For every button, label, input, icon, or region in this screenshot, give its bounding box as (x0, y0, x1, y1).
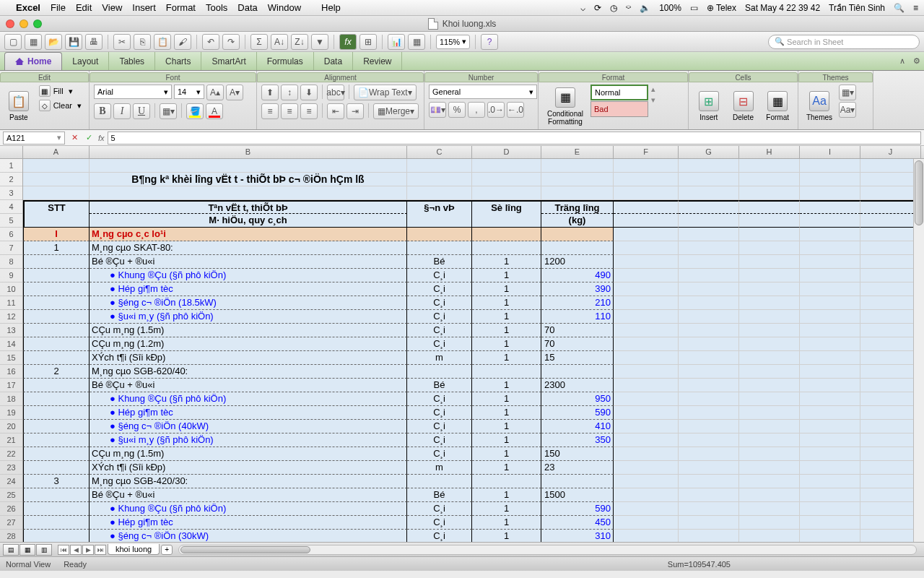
cell[interactable]: 590 (541, 502, 614, 516)
row-10[interactable]: 10 (0, 282, 22, 296)
cell[interactable] (614, 159, 679, 173)
cell[interactable]: 1 (472, 282, 541, 296)
row-12[interactable]: 12 (0, 310, 22, 324)
col-F[interactable]: F (614, 146, 679, 158)
menu-file[interactable]: File (51, 2, 66, 13)
wraptext-button[interactable]: 📄 Wrap Text ▾ (354, 85, 417, 100)
cell[interactable] (739, 461, 800, 475)
tab-charts[interactable]: Charts (155, 52, 201, 70)
cell[interactable] (800, 269, 860, 282)
cell[interactable] (800, 447, 860, 461)
menu-view[interactable]: View (102, 2, 122, 13)
cell[interactable] (614, 324, 679, 337)
cell[interactable]: Bé ®Çu + ®u«i (90, 255, 407, 269)
cell[interactable] (739, 324, 800, 337)
wifi-icon[interactable]: ⌔ (626, 3, 631, 13)
cell[interactable] (679, 406, 739, 420)
cell[interactable]: XÝch t¶i (Sîi kÐp) (90, 351, 407, 365)
paste-bigbutton[interactable]: 📋Paste (4, 85, 33, 128)
cell[interactable] (679, 310, 739, 324)
name-box[interactable]: A121▾ (3, 131, 65, 144)
row-11[interactable]: 11 (0, 296, 22, 310)
cell[interactable]: Hép gi¶m tèc (90, 516, 407, 530)
cell[interactable] (860, 365, 921, 379)
horizontal-scrollbar[interactable] (178, 545, 917, 555)
cell[interactable] (800, 488, 860, 502)
cell[interactable] (800, 434, 860, 447)
tab-home[interactable]: Home (4, 52, 62, 70)
cell[interactable] (800, 200, 860, 214)
cell[interactable] (679, 159, 739, 173)
cancel-edit-icon[interactable]: ✕ (68, 131, 81, 144)
cell[interactable] (800, 173, 860, 186)
cell[interactable] (739, 406, 800, 420)
cell[interactable]: 70 (541, 324, 614, 337)
cell[interactable]: §éng c¬ ®iÖn (30kW) (90, 530, 407, 542)
row-14[interactable]: 14 (0, 337, 22, 351)
cell[interactable] (679, 186, 739, 200)
ribbon-options-icon[interactable]: ⚙ (910, 52, 924, 70)
cell[interactable] (90, 159, 407, 173)
cell[interactable] (860, 379, 921, 392)
cell[interactable] (679, 392, 739, 406)
cell[interactable] (472, 365, 541, 379)
cell[interactable]: 390 (541, 282, 614, 296)
cell[interactable]: 1 (472, 530, 541, 542)
borders-button[interactable]: ▦▾ (160, 103, 177, 119)
cell[interactable] (23, 159, 90, 173)
cell[interactable]: §u«i m¸y (§ñ phô kiÖn) (90, 434, 407, 447)
cell[interactable] (407, 365, 472, 379)
cell[interactable] (679, 173, 739, 186)
cell[interactable] (679, 351, 739, 365)
menu-excel[interactable]: Excel (16, 2, 40, 13)
cell[interactable]: Bé ®Çu + ®u«i (90, 488, 407, 502)
volume-icon[interactable]: 🔈 (640, 3, 650, 13)
dec-inc-button[interactable]: .0→ (487, 102, 505, 118)
format-cells-button[interactable]: ▦Format (762, 85, 793, 128)
cut-button[interactable]: ✂ (113, 34, 131, 50)
cell[interactable] (23, 502, 90, 516)
cell[interactable] (472, 214, 541, 228)
cell[interactable]: 23 (541, 461, 614, 475)
cell[interactable] (739, 214, 800, 228)
currency-button[interactable]: 💷▾ (429, 102, 446, 118)
menu-insert[interactable]: Insert (132, 2, 156, 13)
themes-button[interactable]: AaThemes (803, 85, 836, 128)
cell[interactable]: Bé (407, 255, 472, 269)
cell[interactable] (800, 255, 860, 269)
new-button[interactable]: ▢ (4, 34, 22, 50)
cell[interactable] (679, 214, 739, 228)
redo-button[interactable]: ↷ (222, 34, 240, 50)
cell[interactable]: M¸ng cµo SGB-620/40: (90, 365, 407, 379)
cell[interactable] (679, 296, 739, 310)
autosum-button[interactable]: Σ (250, 34, 268, 50)
cell[interactable] (739, 200, 800, 214)
cell[interactable]: Bé ®Çu + ®u«i (90, 379, 407, 392)
row-23[interactable]: 23 (0, 461, 22, 475)
normal-view-button[interactable]: ▤ (3, 544, 19, 556)
tab-prev-icon[interactable]: ◀ (70, 545, 82, 555)
cell[interactable]: M¸ng cµo SKAT-80: (90, 241, 407, 255)
sheet-tab-khoiluong[interactable]: khoi luong (108, 544, 160, 555)
cell[interactable] (800, 475, 860, 488)
spotlight-icon[interactable]: 🔍 (894, 3, 905, 13)
row-16[interactable]: 16 (0, 365, 22, 379)
cell[interactable] (860, 461, 921, 475)
cell[interactable]: Träng l­îng (541, 200, 614, 214)
cell[interactable] (860, 351, 921, 365)
format-painter-button[interactable]: 🖌 (174, 34, 191, 50)
cell[interactable] (679, 241, 739, 255)
bold-button[interactable]: B (94, 103, 111, 119)
cell[interactable] (679, 447, 739, 461)
fontcolor-button[interactable]: A (206, 103, 223, 119)
cell[interactable] (739, 269, 800, 282)
cell[interactable] (614, 200, 679, 214)
cell[interactable] (541, 228, 614, 241)
cell[interactable] (800, 282, 860, 296)
sync-icon[interactable]: ⟳ (594, 3, 601, 13)
row-8[interactable]: 8 (0, 255, 22, 269)
cell[interactable]: 110 (541, 310, 614, 324)
tab-smartart[interactable]: SmartArt (201, 52, 256, 70)
cell[interactable]: Bé (407, 379, 472, 392)
cell[interactable] (800, 365, 860, 379)
